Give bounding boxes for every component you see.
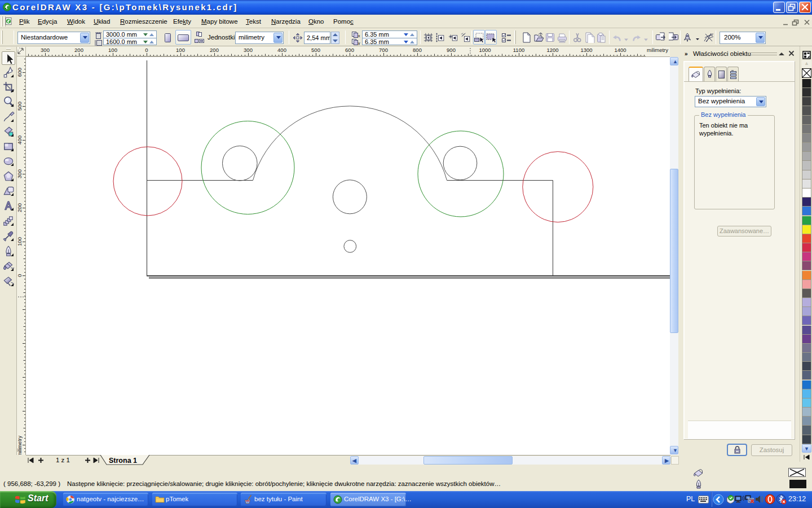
svg-text:100: 100	[17, 237, 23, 246]
svg-text:1200: 1200	[546, 47, 558, 53]
svg-text:500: 500	[311, 47, 320, 53]
svg-text:1100: 1100	[513, 47, 524, 53]
svg-text:600: 600	[345, 47, 354, 53]
svg-text:1300: 1300	[580, 47, 592, 53]
svg-text:600: 600	[17, 68, 23, 77]
svg-text:100: 100	[176, 47, 185, 53]
svg-text:milimetry: milimetry	[17, 436, 23, 455]
svg-text:700: 700	[379, 47, 388, 53]
svg-text:0: 0	[145, 47, 148, 53]
svg-text:300: 300	[244, 47, 253, 53]
svg-text:1400: 1400	[614, 47, 626, 53]
svg-text:milimetry: milimetry	[647, 47, 668, 53]
svg-text:400: 400	[277, 47, 286, 53]
svg-text:500: 500	[17, 102, 23, 111]
svg-text:100: 100	[108, 47, 117, 53]
svg-text:y: y	[358, 41, 360, 45]
svg-text:300: 300	[17, 169, 23, 178]
svg-text:1000: 1000	[479, 47, 491, 53]
svg-text:900: 900	[447, 47, 456, 53]
svg-text:300: 300	[41, 47, 50, 53]
svg-text:200: 200	[74, 47, 83, 53]
svg-text:x: x	[358, 34, 360, 38]
svg-text:800: 800	[413, 47, 422, 53]
svg-text:200: 200	[17, 203, 23, 212]
svg-text:400: 400	[17, 135, 23, 144]
svg-text:0: 0	[17, 274, 23, 277]
svg-text:200: 200	[210, 47, 219, 53]
